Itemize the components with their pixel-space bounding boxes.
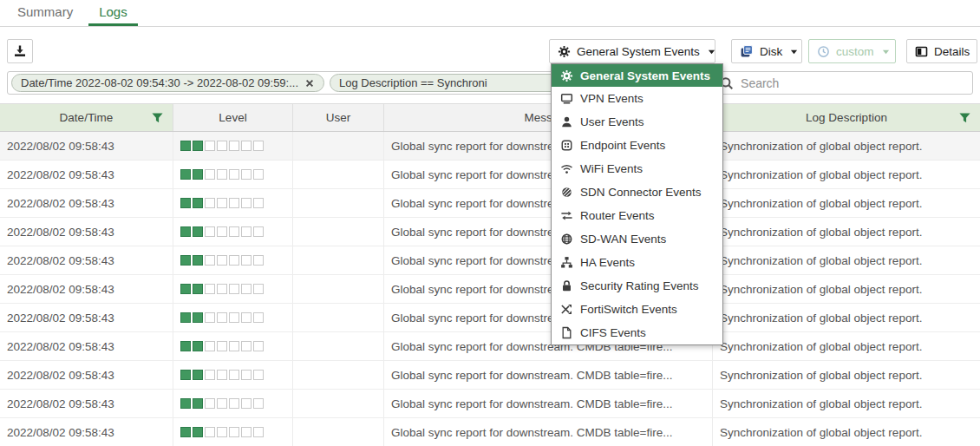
column-header-date-time[interactable]: Date/Time [0, 104, 173, 131]
table-row[interactable]: 2022/08/02 09:58:43Global sync report fo… [0, 132, 980, 161]
time-range-custom-button[interactable]: custom [808, 39, 896, 63]
menu-item-label: User Events [580, 115, 644, 128]
router-icon [559, 209, 573, 222]
close-icon[interactable] [304, 78, 315, 89]
details-button[interactable]: Details [906, 39, 977, 63]
wifi-icon [559, 162, 573, 175]
menu-item-label: HA Events [580, 256, 635, 269]
caret-down-icon [790, 48, 798, 56]
disk-label: Disk [760, 45, 782, 58]
cell-level [173, 246, 293, 274]
sitemap-icon [559, 256, 573, 269]
cell-log-description: Synchronization of global object report. [713, 361, 980, 389]
cell-log-description: Synchronization of global object report. [713, 218, 980, 246]
cell-level [173, 304, 293, 331]
level-indicator [180, 284, 264, 294]
level-indicator [180, 370, 264, 380]
menu-item-sdn-connector-events[interactable]: SDN Connector Events [552, 180, 722, 204]
menu-item-label: Router Events [580, 209, 655, 222]
filter-funnel-icon[interactable] [151, 111, 164, 124]
cell-log-description: Synchronization of global object report. [713, 161, 980, 188]
disk-dropdown-button[interactable]: Disk [731, 39, 802, 63]
globe-icon [559, 233, 573, 246]
table-row[interactable]: 2022/08/02 09:58:43Global sync report fo… [0, 332, 980, 361]
table-body: 2022/08/02 09:58:43Global sync report fo… [0, 132, 980, 446]
menu-item-label: VPN Events [580, 92, 644, 105]
sdn-icon [559, 186, 573, 199]
column-header-log-description[interactable]: Log Description [713, 104, 980, 131]
caret-down-icon [882, 48, 890, 56]
cell-user [293, 332, 384, 360]
endpoint-icon [559, 139, 573, 152]
tab-bar: Summary Logs [0, 0, 980, 27]
cell-datetime: 2022/08/02 09:58:43 [0, 332, 173, 360]
cell-level [173, 361, 293, 389]
level-indicator [180, 255, 264, 266]
cell-message: Global sync report for downstream. CMDB … [384, 390, 713, 417]
lock-icon [559, 279, 573, 292]
table-row[interactable]: 2022/08/02 09:58:43Global sync report fo… [0, 361, 980, 390]
menu-item-user-events[interactable]: User Events [552, 110, 722, 134]
cell-level [173, 332, 293, 360]
cell-datetime: 2022/08/02 09:58:43 [0, 390, 173, 417]
details-label: Details [934, 45, 970, 58]
menu-item-general-system-events-selected[interactable]: General System Events [552, 64, 722, 87]
cell-log-description: Synchronization of global object report. [713, 332, 980, 360]
column-header-level[interactable]: Level [173, 104, 293, 131]
column-header-label: Level [219, 111, 246, 124]
menu-item-label: CIFS Events [580, 326, 646, 339]
download-icon [13, 44, 27, 58]
menu-item-vpn-events[interactable]: VPN Events [552, 87, 722, 110]
filter-funnel-icon[interactable] [958, 111, 971, 124]
cell-log-description: Synchronization of global object report. [713, 418, 980, 446]
cell-log-description: Synchronization of global object report. [713, 304, 980, 331]
cell-message: Global sync report for downstream. CMDB … [384, 418, 713, 446]
file-icon [559, 326, 573, 339]
table-row[interactable]: 2022/08/02 09:58:43Global sync report fo… [0, 189, 980, 218]
table-row[interactable]: 2022/08/02 09:58:43Global sync report fo… [0, 161, 980, 189]
switch-icon [559, 303, 573, 316]
search-input[interactable] [739, 75, 933, 91]
column-header-label: User [326, 111, 351, 124]
menu-item-router-events[interactable]: Router Events [552, 204, 722, 227]
table-row[interactable]: 2022/08/02 09:58:43Global sync report fo… [0, 218, 980, 246]
event-type-dropdown-panel: General System Events VPN EventsUser Eve… [551, 63, 723, 345]
menu-item-security-rating-events[interactable]: Security Rating Events [552, 274, 722, 298]
cell-datetime: 2022/08/02 09:58:43 [0, 218, 173, 246]
menu-item-cifs-events[interactable]: CIFS Events [552, 321, 722, 344]
cell-datetime: 2022/08/02 09:58:43 [0, 189, 173, 217]
table-row[interactable]: 2022/08/02 09:58:43Global sync report fo… [0, 304, 980, 332]
level-indicator [180, 312, 264, 323]
menu-item-wifi-events[interactable]: WiFi Events [552, 157, 722, 180]
cell-user [293, 246, 384, 274]
tab-summary[interactable]: Summary [7, 0, 83, 26]
cell-level [173, 132, 293, 160]
level-indicator [180, 226, 264, 237]
filter-pill-datetime[interactable]: Date/Time 2022-08-02 09:54:30 -> 2022-08… [11, 74, 324, 92]
menu-item-label: Endpoint Events [580, 139, 665, 152]
menu-item-sd-wan-events[interactable]: SD-WAN Events [552, 227, 722, 251]
cell-user [293, 189, 384, 217]
menu-item-ha-events[interactable]: HA Events [552, 251, 722, 274]
cell-log-description: Synchronization of global object report. [713, 275, 980, 303]
column-header-user[interactable]: User [293, 104, 384, 131]
tab-logs[interactable]: Logs [88, 0, 138, 26]
table-row[interactable]: 2022/08/02 09:58:43Global sync report fo… [0, 246, 980, 275]
menu-item-fortiswitch-events[interactable]: FortiSwitch Events [552, 298, 722, 321]
download-button[interactable] [7, 39, 33, 63]
disk-icon [740, 44, 754, 58]
table-row[interactable]: 2022/08/02 09:58:43Global sync report fo… [0, 275, 980, 304]
table-row[interactable]: 2022/08/02 09:58:43Global sync report fo… [0, 390, 980, 418]
cell-level [173, 218, 293, 246]
cell-level [173, 390, 293, 417]
level-indicator [180, 141, 264, 151]
event-type-dropdown-button[interactable]: General System Events [549, 39, 715, 63]
filter-bar: Date/Time 2022-08-02 09:54:30 -> 2022-08… [7, 71, 973, 95]
level-indicator [180, 198, 264, 208]
user-icon [559, 115, 573, 128]
cell-log-description: Synchronization of global object report. [713, 132, 980, 160]
table-row[interactable]: 2022/08/02 09:58:43Global sync report fo… [0, 418, 980, 446]
cell-user [293, 218, 384, 246]
table-header-row: Date/TimeLevelUserMessageLog Description [0, 103, 980, 132]
menu-item-endpoint-events[interactable]: Endpoint Events [552, 134, 722, 157]
